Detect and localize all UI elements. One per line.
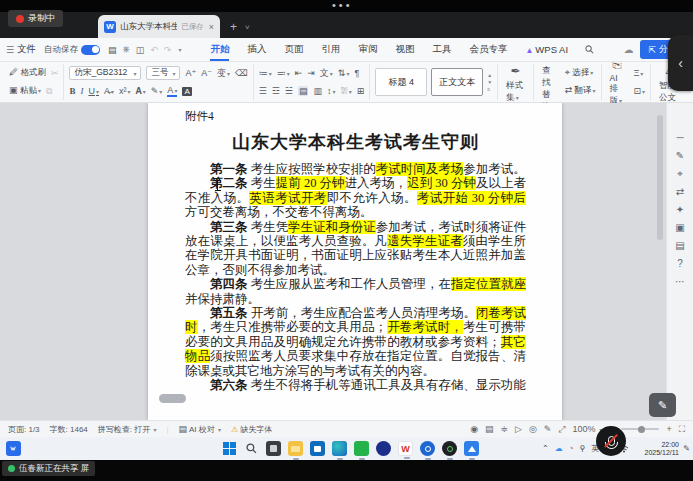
decrease-font-icon[interactable]: A⁻ bbox=[201, 68, 212, 78]
ai-layout-button[interactable]: ⎘ AI 排版▾ bbox=[607, 64, 628, 100]
line-spacing-icon[interactable]: ↕▾ bbox=[327, 86, 336, 96]
translate-tool-icon[interactable]: ⇄ bbox=[676, 187, 684, 197]
wps-taskbar-icon[interactable] bbox=[6, 441, 21, 456]
char-shading-button[interactable]: A bbox=[182, 87, 191, 96]
format-painter-button[interactable]: 🖉 格式刷 bbox=[9, 67, 46, 79]
font-size-select[interactable]: 三号▾ bbox=[146, 66, 180, 80]
sort-icon[interactable]: ⇅▾ bbox=[338, 68, 350, 78]
taskbar-search-icon[interactable] bbox=[244, 441, 259, 456]
convert-icon[interactable]: ⊡▾ bbox=[633, 86, 645, 96]
tab-home[interactable]: 开始 bbox=[201, 39, 238, 60]
document-paragraph[interactable]: 第三条 考生凭学生证和身份证参加考试，考试时须将证件放在课桌上，以便监考人员查验… bbox=[185, 220, 526, 278]
numbered-list-button[interactable]: ≕▾ bbox=[277, 68, 290, 78]
tab-reference[interactable]: 引用 bbox=[312, 39, 349, 60]
cut-icon[interactable]: ✂ bbox=[51, 68, 59, 78]
eye-protect-icon[interactable]: ◉ bbox=[470, 424, 478, 434]
copy-icon[interactable]: ⧉ bbox=[46, 86, 52, 97]
document-tab[interactable]: W 山东大学本科生考试.. 已保存 × bbox=[98, 15, 220, 38]
shading-icon[interactable]: ⛆▾ bbox=[340, 86, 351, 97]
more-tools-icon[interactable]: ⋯ bbox=[675, 277, 685, 287]
tab-tools[interactable]: 工具 bbox=[423, 39, 460, 60]
text-tool-icon[interactable]: Ξ▾ bbox=[633, 68, 643, 78]
border-icon[interactable]: ⊞ bbox=[357, 86, 365, 96]
tab-review[interactable]: 审阅 bbox=[349, 39, 386, 60]
align-center-icon[interactable]: ☲ bbox=[272, 86, 280, 96]
tab-wps-ai[interactable]: ▲WPS AI bbox=[516, 40, 577, 59]
web-view-icon[interactable]: ◎ bbox=[529, 424, 537, 434]
redo-icon[interactable]: ↷ bbox=[164, 45, 172, 55]
translate-button[interactable]: ⇄ 翻译▾ bbox=[565, 85, 596, 97]
style-set-button[interactable]: ✒ 样式集▾ bbox=[503, 64, 528, 104]
tab-view[interactable]: 视图 bbox=[386, 39, 423, 60]
save-icon[interactable]: ▤ bbox=[108, 45, 117, 55]
text-effects-button[interactable]: 变▾ bbox=[217, 67, 230, 80]
increase-font-icon[interactable]: A⁺ bbox=[185, 68, 196, 78]
pen-tray-icon[interactable]: ✎ bbox=[683, 444, 690, 453]
tray-cloud-icon[interactable]: ☁ bbox=[555, 444, 563, 453]
paste-button[interactable]: ▣ 粘贴▾ bbox=[9, 85, 41, 97]
highlight-color-button[interactable]: ✎▾ bbox=[151, 86, 163, 96]
microsoft-store-icon[interactable] bbox=[310, 441, 325, 456]
muted-mic-indicator[interactable] bbox=[596, 426, 626, 456]
file-menu[interactable]: ☰ 文件 bbox=[6, 43, 36, 56]
document-paragraph[interactable]: 第一条 考生应按照学校安排的考试时间及考场参加考试。 bbox=[185, 162, 526, 176]
meeting-panel-collapse-handle[interactable]: ‹ bbox=[668, 35, 693, 91]
zoom-slider[interactable] bbox=[621, 428, 659, 430]
italic-button[interactable]: I bbox=[80, 86, 83, 96]
autosave-control[interactable]: 自动保存 bbox=[44, 44, 100, 56]
taskbar-clock[interactable]: 22:00 2025/12/11 bbox=[644, 441, 679, 457]
outline-view-icon[interactable]: ▤ bbox=[485, 424, 494, 434]
find-replace-button[interactable]: 查找替换▾ bbox=[539, 64, 559, 100]
font-name-select[interactable]: 仿宋_GB2312▾ bbox=[69, 66, 141, 80]
tab-member[interactable]: 会员专享 bbox=[460, 39, 516, 60]
bold-button[interactable]: B bbox=[69, 86, 75, 96]
document-paragraph[interactable]: 第二条 考生提前 20 分钟进入考场，迟到 30 分钟及以上者不准入场。英语考试… bbox=[185, 176, 526, 219]
effects-tool-icon[interactable]: ✦ bbox=[676, 205, 684, 215]
missing-font-warning[interactable]: ⚠ 缺失字体 bbox=[231, 424, 272, 435]
increase-indent-icon[interactable]: ⇥ bbox=[307, 68, 315, 78]
start-button[interactable] bbox=[222, 441, 237, 456]
tray-security-icon[interactable]: ◔ bbox=[569, 444, 574, 453]
quickbar-chevron-icon[interactable]: ▾ bbox=[178, 46, 181, 53]
search-icon[interactable] bbox=[585, 45, 594, 54]
tray-chevron-up-icon[interactable]: ⌃ bbox=[542, 444, 549, 453]
read-view-icon[interactable]: ▷ bbox=[515, 424, 522, 434]
app-icon-mountain[interactable] bbox=[464, 441, 479, 456]
justify-icon[interactable]: ▤ bbox=[298, 86, 309, 96]
tray-mic-icon[interactable]: ⚲ bbox=[580, 444, 586, 453]
word-count[interactable]: 字数: 1464 bbox=[50, 424, 88, 435]
help-icon[interactable]: ? bbox=[677, 259, 683, 269]
align-right-icon[interactable]: ☱ bbox=[285, 86, 293, 96]
document-page[interactable]: 附件4 山东大学本科生考试考生守则 第一条 考生应按照学校安排的考试时间及考场参… bbox=[148, 103, 562, 420]
file-explorer-icon[interactable] bbox=[288, 441, 303, 456]
document-body[interactable]: 第一条 考生应按照学校安排的考试时间及考场参加考试。第二条 考生提前 20 分钟… bbox=[185, 162, 526, 393]
spellcheck-status[interactable]: 拼写检查: 打开 ▾ bbox=[98, 424, 157, 435]
fullscreen-icon[interactable]: ⤢ bbox=[558, 424, 565, 435]
page-indicator[interactable]: 页面: 1/3 bbox=[8, 424, 40, 435]
edit-mode-icon[interactable]: ✎ bbox=[544, 424, 552, 434]
layout-tool-icon[interactable]: ▤ bbox=[675, 241, 684, 251]
autosave-toggle[interactable] bbox=[81, 45, 100, 55]
bullet-list-button[interactable]: ≔▾ bbox=[259, 68, 272, 78]
print-icon[interactable]: ⎈ bbox=[123, 44, 130, 55]
strikethrough-button[interactable]: A̶▾ bbox=[104, 86, 114, 96]
meeting-drag-dots[interactable]: ••• bbox=[332, 0, 353, 11]
card-tool-icon[interactable]: ▣ bbox=[675, 223, 684, 233]
style-gallery-scroll[interactable]: ▲▼≡ bbox=[487, 73, 492, 92]
decrease-indent-icon[interactable]: ⇤ bbox=[295, 68, 303, 78]
page-view-icon[interactable]: ≑ bbox=[501, 424, 509, 434]
new-tab-button[interactable]: + bbox=[230, 20, 237, 34]
annotate-floating-button[interactable]: ✎ bbox=[649, 393, 676, 417]
ai-proofread-button[interactable]: ▤ AI 校对 ▾ bbox=[179, 424, 221, 435]
app-icon-dark-c[interactable] bbox=[442, 441, 457, 456]
document-paragraph[interactable]: 第六条 考生不得将手机等通讯工具及具有存储、显示功能 bbox=[185, 378, 526, 392]
cloud-sync-icon[interactable]: ☁ bbox=[623, 44, 633, 55]
tab-page[interactable]: 页面 bbox=[275, 39, 312, 60]
app-icon-blue-o[interactable] bbox=[420, 441, 435, 456]
document-canvas[interactable]: 附件4 山东大学本科生考试考生守则 第一条 考生应按照学校安排的考试时间及考场参… bbox=[0, 103, 693, 420]
select-button[interactable]: ⌖ 选择▾ bbox=[565, 67, 593, 79]
task-view-icon[interactable] bbox=[266, 441, 281, 456]
distribute-icon[interactable]: ▥ bbox=[313, 86, 322, 96]
wps-office-icon[interactable]: W bbox=[398, 441, 413, 456]
underline-button[interactable]: U▾ bbox=[88, 86, 99, 96]
